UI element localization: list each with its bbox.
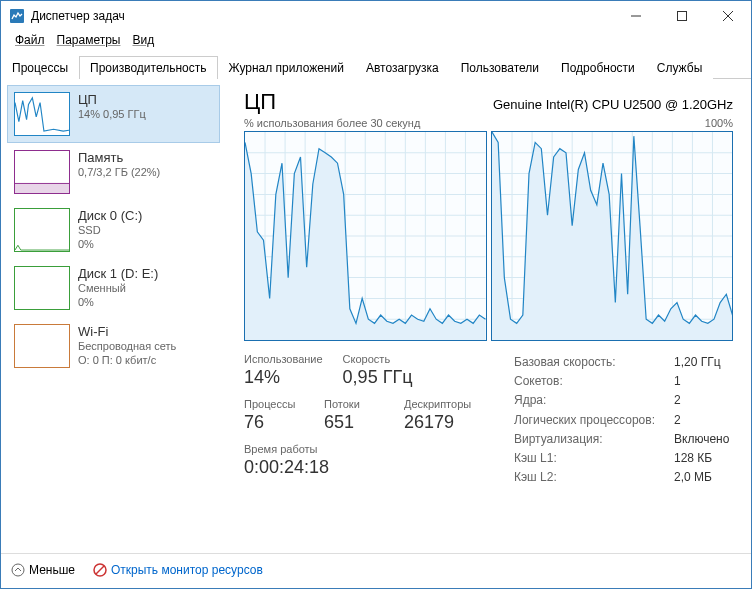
sockets-val: 1 xyxy=(674,372,681,391)
base-speed-key: Базовая скорость: xyxy=(514,353,674,372)
tab-services[interactable]: Службы xyxy=(646,56,713,79)
disk1-mini-chart xyxy=(14,266,70,310)
virt-key: Виртуализация: xyxy=(514,430,674,449)
sidebar-item-cpu[interactable]: ЦП 14% 0,95 ГГц xyxy=(7,85,220,143)
cpu-charts xyxy=(244,131,733,341)
speed-value: 0,95 ГГц xyxy=(343,367,413,388)
sidebar-disk0-sub2: 0% xyxy=(78,237,142,251)
chevron-up-circle-icon xyxy=(11,563,25,577)
sidebar-disk1-sub2: 0% xyxy=(78,295,158,309)
l2-val: 2,0 МБ xyxy=(674,468,712,487)
lproc-val: 2 xyxy=(674,411,681,430)
cpu-mini-chart xyxy=(14,92,70,136)
page-title: ЦП xyxy=(244,89,276,115)
speed-label: Скорость xyxy=(343,353,413,365)
sidebar-item-disk1[interactable]: Диск 1 (D: E:) Сменный 0% xyxy=(7,259,220,317)
titlebar: Диспетчер задач xyxy=(1,1,751,31)
sidebar-cpu-name: ЦП xyxy=(78,92,146,107)
sidebar-cpu-sub: 14% 0,95 ГГц xyxy=(78,107,146,121)
open-resource-monitor-link[interactable]: Открыть монитор ресурсов xyxy=(93,563,263,577)
sidebar-disk1-name: Диск 1 (D: E:) xyxy=(78,266,158,281)
tab-users[interactable]: Пользователи xyxy=(450,56,550,79)
svg-point-47 xyxy=(12,564,24,576)
svg-line-49 xyxy=(96,566,104,574)
sidebar: ЦП 14% 0,95 ГГц Память 0,7/3,2 ГБ (22%) … xyxy=(1,79,226,553)
handles-label: Дескрипторы xyxy=(404,398,464,410)
l1-val: 128 КБ xyxy=(674,449,712,468)
chart-caption: % использования более 30 секунд xyxy=(244,117,420,129)
tabs: Процессы Производительность Журнал прило… xyxy=(1,55,751,79)
sidebar-disk0-name: Диск 0 (C:) xyxy=(78,208,142,223)
cpu-chart-0 xyxy=(244,131,487,341)
cores-val: 2 xyxy=(674,391,681,410)
handles-value: 26179 xyxy=(404,412,464,433)
tab-performance[interactable]: Производительность xyxy=(79,56,217,79)
close-button[interactable] xyxy=(705,1,751,31)
tab-processes[interactable]: Процессы xyxy=(1,56,79,79)
stats: Использование14% Скорость0,95 ГГц Процес… xyxy=(244,353,733,487)
app-icon xyxy=(9,8,25,24)
svg-rect-2 xyxy=(678,12,687,21)
minimize-button[interactable] xyxy=(613,1,659,31)
menubar: Файл Параметры Вид xyxy=(1,31,751,51)
memory-mini-chart xyxy=(14,150,70,194)
l1-key: Кэш L1: xyxy=(514,449,674,468)
sidebar-item-disk0[interactable]: Диск 0 (C:) SSD 0% xyxy=(7,201,220,259)
window-title: Диспетчер задач xyxy=(31,9,613,23)
cpu-model: Genuine Intel(R) CPU U2500 @ 1.20GHz xyxy=(493,97,733,112)
menu-file[interactable]: Файл xyxy=(9,31,51,51)
fewer-details-button[interactable]: Меньше xyxy=(11,563,75,577)
cores-key: Ядра: xyxy=(514,391,674,410)
sidebar-disk0-sub1: SSD xyxy=(78,223,142,237)
lproc-key: Логических процессоров: xyxy=(514,411,674,430)
wifi-mini-chart xyxy=(14,324,70,368)
base-speed-val: 1,20 ГГц xyxy=(674,353,721,372)
threads-label: Потоки xyxy=(324,398,384,410)
resource-monitor-label: Открыть монитор ресурсов xyxy=(111,563,263,577)
sidebar-item-wifi[interactable]: Wi-Fi Беспроводная сеть О: 0 П: 0 кбит/с xyxy=(7,317,220,375)
processes-value: 76 xyxy=(244,412,304,433)
sidebar-wifi-name: Wi-Fi xyxy=(78,324,176,339)
uptime-value: 0:00:24:18 xyxy=(244,457,484,478)
threads-value: 651 xyxy=(324,412,384,433)
tab-startup[interactable]: Автозагрузка xyxy=(355,56,450,79)
resource-monitor-icon xyxy=(93,563,107,577)
disk0-mini-chart xyxy=(14,208,70,252)
content: ЦП 14% 0,95 ГГц Память 0,7/3,2 ГБ (22%) … xyxy=(1,79,751,553)
usage-value: 14% xyxy=(244,367,323,388)
menu-view[interactable]: Вид xyxy=(126,31,160,51)
tab-details[interactable]: Подробности xyxy=(550,56,646,79)
fewer-details-label: Меньше xyxy=(29,563,75,577)
tab-apphistory[interactable]: Журнал приложений xyxy=(218,56,355,79)
svg-rect-5 xyxy=(15,183,69,193)
cpu-chart-1 xyxy=(491,131,734,341)
sidebar-wifi-sub2: О: 0 П: 0 кбит/с xyxy=(78,353,176,367)
uptime-label: Время работы xyxy=(244,443,484,455)
sidebar-item-memory[interactable]: Память 0,7/3,2 ГБ (22%) xyxy=(7,143,220,201)
sidebar-memory-name: Память xyxy=(78,150,160,165)
usage-label: Использование xyxy=(244,353,323,365)
footer: Меньше Открыть монитор ресурсов xyxy=(1,553,751,585)
sidebar-memory-sub: 0,7/3,2 ГБ (22%) xyxy=(78,165,160,179)
sidebar-disk1-sub1: Сменный xyxy=(78,281,158,295)
chart-max-label: 100% xyxy=(705,117,733,129)
sidebar-wifi-sub1: Беспроводная сеть xyxy=(78,339,176,353)
main-panel: ЦП Genuine Intel(R) CPU U2500 @ 1.20GHz … xyxy=(226,79,751,553)
virt-val: Включено xyxy=(674,430,729,449)
sockets-key: Сокетов: xyxy=(514,372,674,391)
menu-options[interactable]: Параметры xyxy=(51,31,127,51)
stats-left: Использование14% Скорость0,95 ГГц Процес… xyxy=(244,353,484,487)
stats-right: Базовая скорость:1,20 ГГц Сокетов:1 Ядра… xyxy=(514,353,733,487)
l2-key: Кэш L2: xyxy=(514,468,674,487)
processes-label: Процессы xyxy=(244,398,304,410)
maximize-button[interactable] xyxy=(659,1,705,31)
